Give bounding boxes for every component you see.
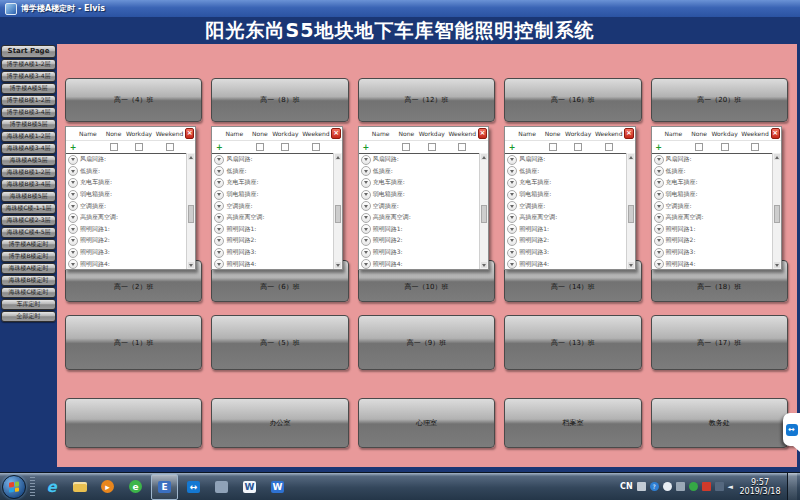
schedule-checkbox[interactable] <box>751 143 759 151</box>
add-icon[interactable]: + <box>360 143 372 152</box>
tray-alert-icon[interactable] <box>702 482 711 491</box>
chevron-down-icon[interactable] <box>68 166 78 176</box>
panel-scrollbar[interactable] <box>479 153 488 269</box>
sidebar-item[interactable]: 海珠楼B楼定时 <box>1 275 56 286</box>
table-row[interactable]: 照明回路4: <box>212 258 332 269</box>
chevron-down-icon[interactable] <box>214 248 224 258</box>
sidebar-item[interactable]: 车库定时 <box>1 299 56 310</box>
table-row[interactable]: 充电车插座: <box>212 177 332 189</box>
table-row[interactable]: 照明回路4: <box>359 258 479 269</box>
table-row[interactable]: 充电车插座: <box>359 177 479 189</box>
table-row[interactable]: 低插座: <box>66 166 186 178</box>
chevron-down-icon[interactable] <box>361 236 371 246</box>
scroll-down-arrow[interactable] <box>188 262 194 268</box>
table-row[interactable]: 照明回路2: <box>652 235 772 247</box>
chevron-down-icon[interactable] <box>214 178 224 188</box>
schedule-checkbox[interactable] <box>256 143 264 151</box>
sidebar-item[interactable]: 海珠楼B楼3-4层 <box>1 179 56 190</box>
schedule-checkbox[interactable] <box>281 143 289 151</box>
table-row[interactable]: 照明回路2: <box>505 235 625 247</box>
zone-button-bottom[interactable]: 教务处 <box>651 398 788 448</box>
chevron-down-icon[interactable] <box>507 248 517 258</box>
zone-button-top[interactable]: 高一（12）班 <box>358 78 495 122</box>
chevron-down-icon[interactable] <box>654 201 664 211</box>
chevron-down-icon[interactable] <box>68 236 78 246</box>
scroll-thumb[interactable] <box>774 205 780 223</box>
scroll-down-arrow[interactable] <box>628 262 634 268</box>
chevron-down-icon[interactable] <box>214 166 224 176</box>
table-row[interactable]: 高插座离空调: <box>505 212 625 224</box>
chevron-down-icon[interactable] <box>361 190 371 200</box>
table-row[interactable]: 照明回路3: <box>359 247 479 259</box>
table-row[interactable]: 弱电箱插座: <box>505 189 625 201</box>
language-indicator[interactable]: CN <box>620 482 633 491</box>
table-row[interactable]: 照明回路3: <box>66 247 186 259</box>
chevron-down-icon[interactable] <box>361 166 371 176</box>
chevron-down-icon[interactable] <box>654 155 664 165</box>
sidebar-item[interactable]: 博学楼B楼1-2层 <box>1 95 56 106</box>
media-player-icon[interactable]: ▸ <box>95 475 120 499</box>
chevron-down-icon[interactable] <box>361 248 371 258</box>
chevron-down-icon[interactable] <box>68 224 78 234</box>
zone-button-bottom[interactable]: 档案室 <box>504 398 641 448</box>
zone-button-mid[interactable]: 高一（1）班 <box>65 315 202 370</box>
sidebar-item[interactable]: 海珠楼A楼1-2层 <box>1 131 56 142</box>
panel-scrollbar[interactable] <box>772 153 781 269</box>
sidebar-item[interactable]: 海珠楼A楼定时 <box>1 263 56 274</box>
word-icon[interactable]: W <box>237 475 262 499</box>
chevron-down-icon[interactable] <box>654 178 664 188</box>
chevron-down-icon[interactable] <box>507 178 517 188</box>
schedule-checkbox[interactable] <box>135 143 143 151</box>
table-row[interactable]: 低插座: <box>505 166 625 178</box>
sidebar-item[interactable]: 海珠楼C楼定时 <box>1 287 56 298</box>
chevron-down-icon[interactable] <box>654 248 664 258</box>
table-row[interactable]: 风扇回路: <box>652 154 772 166</box>
sidebar-item[interactable]: 博学楼A楼5层 <box>1 83 56 94</box>
sidebar-item[interactable]: 博学楼B楼5层 <box>1 119 56 130</box>
elvis-app-icon[interactable]: E <box>151 474 178 500</box>
wps-icon[interactable]: W <box>265 475 290 499</box>
schedule-checkbox[interactable] <box>574 143 582 151</box>
chevron-down-icon[interactable] <box>507 236 517 246</box>
close-icon[interactable]: × <box>771 128 780 139</box>
chevron-down-icon[interactable] <box>214 155 224 165</box>
scroll-up-arrow[interactable] <box>481 154 487 160</box>
schedule-checkbox[interactable] <box>458 143 466 151</box>
table-row[interactable]: 照明回路3: <box>505 247 625 259</box>
zone-button-bottom[interactable] <box>65 398 202 448</box>
close-icon[interactable]: × <box>478 128 487 139</box>
tray-update-icon[interactable] <box>663 482 672 491</box>
scroll-thumb[interactable] <box>188 205 194 223</box>
chevron-down-icon[interactable] <box>214 259 224 269</box>
add-icon[interactable]: + <box>506 143 518 152</box>
chevron-down-icon[interactable] <box>214 213 224 223</box>
sidebar-item[interactable]: 海珠楼C楼2-3层 <box>1 215 56 226</box>
scroll-thumb[interactable] <box>481 205 487 223</box>
chevron-down-icon[interactable] <box>507 259 517 269</box>
chevron-down-icon[interactable] <box>507 190 517 200</box>
chevron-down-icon[interactable] <box>68 201 78 211</box>
browser-360-icon[interactable]: e <box>123 475 148 499</box>
scroll-thumb[interactable] <box>335 205 341 223</box>
scroll-up-arrow[interactable] <box>628 154 634 160</box>
chevron-down-icon[interactable] <box>654 213 664 223</box>
scroll-down-arrow[interactable] <box>774 262 780 268</box>
chevron-down-icon[interactable] <box>68 248 78 258</box>
panel-scrollbar[interactable] <box>626 153 635 269</box>
table-row[interactable]: 照明回路1: <box>359 224 479 236</box>
close-icon[interactable]: × <box>185 128 194 139</box>
table-row[interactable]: 弱电箱插座: <box>652 189 772 201</box>
chevron-down-icon[interactable] <box>507 155 517 165</box>
table-row[interactable]: 弱电箱插座: <box>212 189 332 201</box>
schedule-checkbox[interactable] <box>428 143 436 151</box>
chevron-down-icon[interactable] <box>361 178 371 188</box>
panel-scrollbar[interactable] <box>186 153 195 269</box>
panel-scrollbar[interactable] <box>333 153 342 269</box>
table-row[interactable]: 照明回路4: <box>66 258 186 269</box>
table-row[interactable]: 照明回路1: <box>652 224 772 236</box>
zone-button-top[interactable]: 高一（16）班 <box>504 78 641 122</box>
sidebar-item-start-page[interactable]: Start Page <box>1 45 56 58</box>
sidebar-item[interactable]: 博学楼A楼定时 <box>1 239 56 250</box>
chevron-down-icon[interactable] <box>507 201 517 211</box>
chevron-down-icon[interactable] <box>68 155 78 165</box>
